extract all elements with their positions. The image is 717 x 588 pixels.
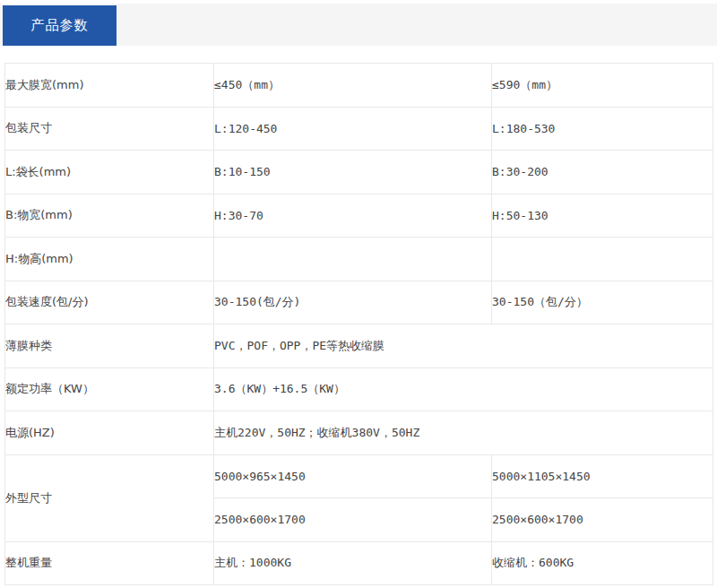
param-value-empty bbox=[214, 238, 492, 281]
param-value: 收缩机：600KG bbox=[492, 541, 713, 585]
param-value: 30-150（包/分） bbox=[492, 281, 713, 324]
row-label-total-weight: 整机重量 bbox=[5, 541, 214, 585]
table-row: 最大膜宽(mm) ≤450（mm） ≤590（mm） bbox=[5, 64, 713, 108]
table-row: 包装尺寸 L:120-450 L:180-530 bbox=[5, 107, 713, 151]
row-label-film-type: 薄膜种类 bbox=[5, 324, 214, 368]
param-value: 主机：1000KG bbox=[214, 541, 492, 585]
param-value: 2500×600×1700 bbox=[214, 498, 492, 542]
param-value: 30-150(包/分) bbox=[214, 281, 492, 324]
param-value: B:10-150 bbox=[214, 151, 492, 195]
param-value: L:120-450 bbox=[214, 107, 492, 151]
table-row: B:物宽(mm) H:30-70 H:50-130 bbox=[5, 194, 713, 238]
param-value: H:50-130 bbox=[492, 194, 713, 238]
param-value-span: PVC，POF，OPP，PE等热收缩膜 bbox=[214, 324, 713, 368]
row-label-bag-length: L:袋长(mm) bbox=[5, 151, 214, 195]
row-label-package-size: 包装尺寸 bbox=[5, 107, 214, 151]
param-value: L:180-530 bbox=[492, 107, 713, 151]
row-label-item-width: B:物宽(mm) bbox=[5, 194, 214, 238]
table-row: H:物高(mm) bbox=[5, 238, 713, 281]
table-row: 薄膜种类 PVC，POF，OPP，PE等热收缩膜 bbox=[5, 324, 713, 368]
table-row: 额定功率（KW） 3.6（KW）+16.5（KW） bbox=[5, 368, 713, 411]
row-label-rated-power: 额定功率（KW） bbox=[5, 368, 214, 411]
row-label-item-height: H:物高(mm) bbox=[5, 238, 214, 281]
table-row: 电源(HZ) 主机220V，50HZ；收缩机380V，50HZ bbox=[5, 411, 713, 455]
table-row: 外型尺寸 5000×965×1450 5000×1105×1450 bbox=[5, 454, 713, 498]
param-value: 5000×965×1450 bbox=[214, 454, 492, 498]
product-params-tab[interactable]: 产品参数 bbox=[3, 5, 117, 46]
param-value-span: 主机220V，50HZ；收缩机380V，50HZ bbox=[214, 411, 713, 455]
param-value: B:30-200 bbox=[492, 151, 713, 195]
row-label-packing-speed: 包装速度(包/分) bbox=[5, 281, 214, 324]
table-row: 整机重量 主机：1000KG 收缩机：600KG bbox=[5, 541, 713, 585]
param-value-span: 3.6（KW）+16.5（KW） bbox=[214, 368, 713, 411]
param-value: ≤450（mm） bbox=[214, 64, 492, 108]
row-label-outer-dimensions: 外型尺寸 bbox=[5, 454, 214, 541]
product-params-table: 最大膜宽(mm) ≤450（mm） ≤590（mm） 包装尺寸 L:120-45… bbox=[4, 63, 713, 585]
param-value: H:30-70 bbox=[214, 194, 492, 238]
param-value-empty bbox=[492, 238, 713, 281]
product-params-tab-label: 产品参数 bbox=[31, 17, 89, 34]
param-value: 2500×600×1700 bbox=[492, 498, 713, 542]
table-row: L:袋长(mm) B:10-150 B:30-200 bbox=[5, 151, 713, 195]
param-value: ≤590（mm） bbox=[492, 64, 713, 108]
row-label-max-film-width: 最大膜宽(mm) bbox=[5, 64, 214, 108]
row-label-power-supply: 电源(HZ) bbox=[5, 411, 214, 455]
table-row: 包装速度(包/分) 30-150(包/分) 30-150（包/分） bbox=[5, 281, 713, 324]
param-value: 5000×1105×1450 bbox=[492, 454, 713, 498]
